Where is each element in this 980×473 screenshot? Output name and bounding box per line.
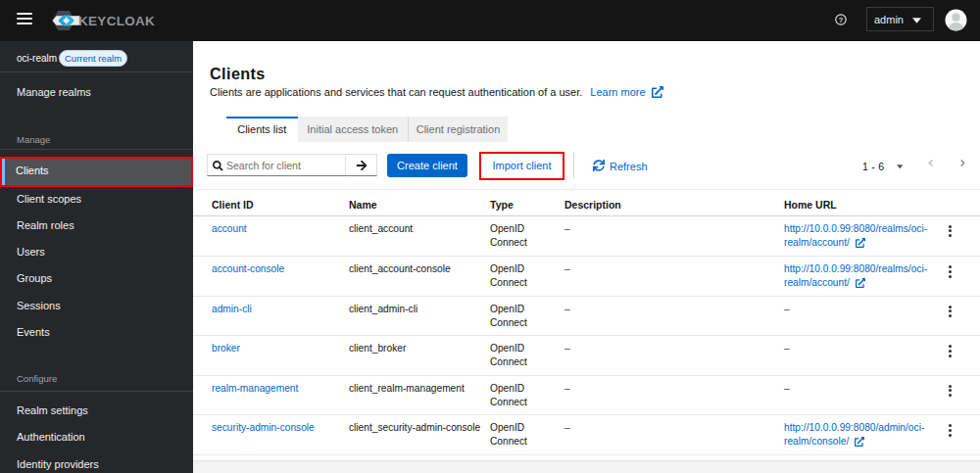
svg-text:KEYCLOAK: KEYCLOAK [78, 14, 155, 28]
svg-text:?: ? [839, 16, 844, 24]
